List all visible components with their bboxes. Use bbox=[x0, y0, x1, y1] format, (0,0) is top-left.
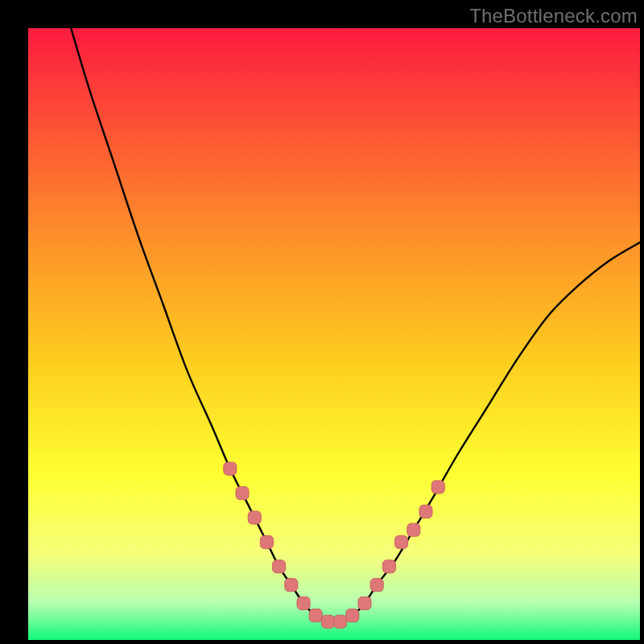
data-marker bbox=[297, 597, 310, 609]
data-marker bbox=[431, 481, 444, 493]
data-marker bbox=[309, 609, 322, 622]
data-marker bbox=[419, 505, 432, 518]
data-marker bbox=[260, 535, 273, 548]
data-marker bbox=[285, 579, 298, 592]
bottleneck-chart bbox=[28, 28, 640, 640]
data-marker bbox=[273, 560, 286, 573]
data-marker bbox=[346, 609, 359, 622]
data-marker bbox=[236, 487, 249, 500]
gradient-background bbox=[28, 28, 640, 640]
data-marker bbox=[248, 511, 261, 524]
data-marker bbox=[321, 615, 334, 628]
data-marker bbox=[370, 579, 383, 592]
data-marker bbox=[395, 535, 408, 548]
data-marker bbox=[358, 597, 371, 609]
plot-area bbox=[28, 28, 640, 640]
data-marker bbox=[224, 462, 237, 475]
data-marker bbox=[407, 523, 420, 536]
data-marker bbox=[382, 560, 395, 573]
watermark-label: TheBottleneck.com bbox=[469, 5, 638, 27]
chart-canvas: TheBottleneck.com bbox=[0, 0, 644, 644]
data-marker bbox=[334, 615, 347, 628]
